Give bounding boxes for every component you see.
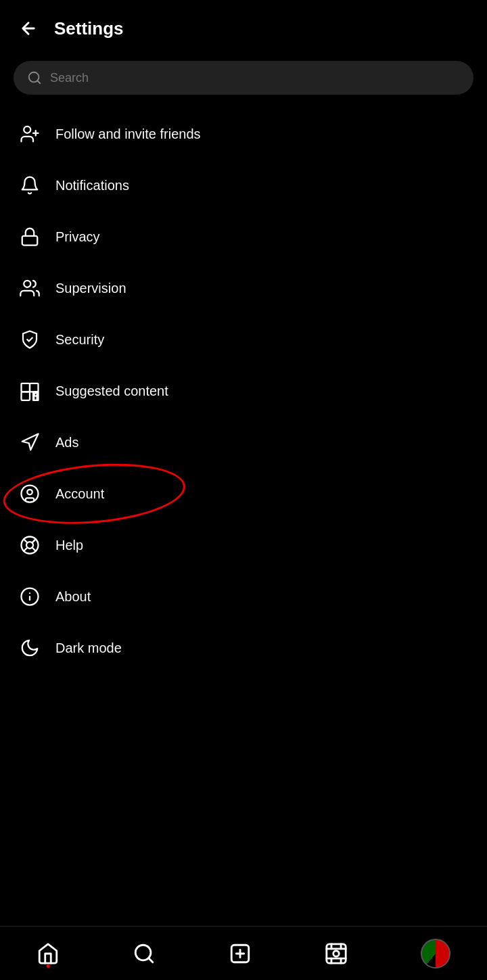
moon-icon	[19, 637, 41, 659]
menu-item-help[interactable]: Help	[0, 519, 487, 571]
svg-rect-7	[30, 383, 39, 392]
lock-icon	[19, 226, 41, 248]
page-title: Settings	[54, 18, 124, 39]
menu-item-security[interactable]: Security	[0, 314, 487, 365]
info-icon	[19, 586, 41, 607]
svg-point-12	[22, 486, 39, 503]
settings-menu: Follow and invite friends Notifications …	[0, 108, 487, 674]
search-bar[interactable]	[14, 61, 473, 95]
svg-rect-8	[22, 392, 30, 400]
menu-item-suggested-content[interactable]: Suggested content	[0, 365, 487, 417]
avatar	[421, 939, 450, 969]
menu-label-security: Security	[55, 332, 104, 348]
menu-item-dark-mode[interactable]: Dark mode	[0, 622, 487, 674]
menu-item-supervision[interactable]: Supervision	[0, 262, 487, 314]
menu-item-privacy[interactable]: Privacy	[0, 211, 487, 262]
menu-label-follow: Follow and invite friends	[55, 126, 201, 142]
svg-point-1	[24, 126, 30, 133]
svg-point-13	[27, 490, 32, 495]
suggested-content-icon	[19, 380, 41, 402]
person-add-icon	[19, 123, 41, 145]
svg-point-11	[34, 393, 37, 396]
search-icon	[27, 70, 42, 85]
search-container	[0, 50, 487, 108]
back-button[interactable]	[14, 14, 43, 43]
menu-label-supervision: Supervision	[55, 281, 126, 296]
nav-profile-button[interactable]	[414, 932, 457, 975]
svg-line-19	[32, 540, 35, 542]
nav-home-button[interactable]	[30, 935, 66, 972]
svg-point-5	[24, 281, 30, 287]
menu-label-account: Account	[55, 486, 104, 502]
person-circle-icon	[19, 483, 41, 505]
supervision-icon	[19, 277, 41, 299]
menu-label-about: About	[55, 589, 91, 605]
settings-header: Settings	[0, 0, 487, 50]
nav-reels-button[interactable]	[318, 935, 354, 972]
menu-label-help: Help	[55, 538, 83, 553]
menu-item-notifications[interactable]: Notifications	[0, 160, 487, 211]
menu-label-ads: Ads	[55, 435, 78, 450]
menu-item-account[interactable]: Account	[0, 468, 487, 519]
menu-label-suggested-content: Suggested content	[55, 383, 168, 399]
home-active-dot	[47, 964, 50, 968]
search-input[interactable]	[50, 71, 460, 85]
shield-icon	[19, 329, 41, 350]
menu-item-about[interactable]: About	[0, 571, 487, 622]
megaphone-icon	[19, 431, 41, 453]
menu-label-notifications: Notifications	[55, 178, 129, 193]
menu-item-ads[interactable]: Ads	[0, 417, 487, 468]
menu-item-follow[interactable]: Follow and invite friends	[0, 108, 487, 160]
svg-line-20	[24, 548, 27, 551]
menu-label-dark-mode: Dark mode	[55, 640, 122, 656]
svg-rect-6	[22, 383, 30, 392]
bell-icon	[19, 174, 41, 196]
bottom-nav	[0, 926, 487, 980]
svg-rect-28	[327, 943, 346, 962]
menu-label-privacy: Privacy	[55, 229, 100, 245]
nav-search-button[interactable]	[126, 935, 162, 972]
svg-rect-4	[22, 236, 38, 246]
svg-point-29	[333, 950, 340, 956]
lifering-icon	[19, 534, 41, 556]
nav-create-button[interactable]	[222, 935, 258, 972]
svg-line-16	[24, 539, 27, 542]
svg-line-17	[32, 548, 36, 551]
